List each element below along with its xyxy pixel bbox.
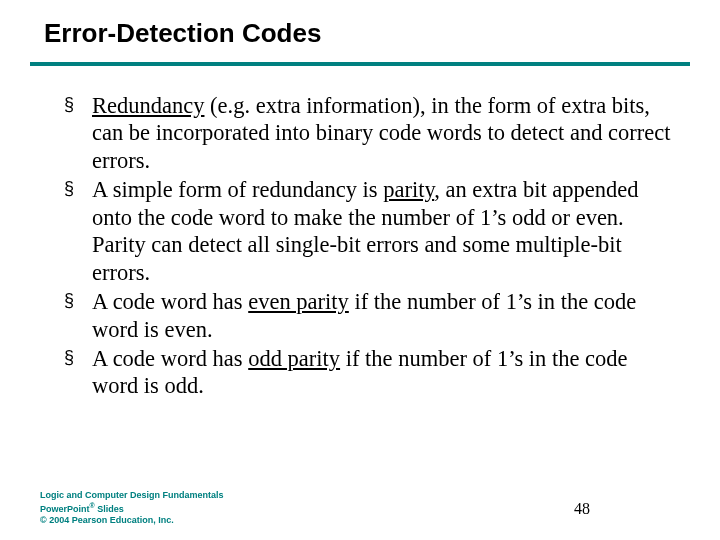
title-rule [30,62,690,66]
footer-line: PowerPoint® Slides [40,502,224,515]
footer-line: Logic and Computer Design Fundamentals [40,490,224,501]
bullet-text: Redundancy (e.g. extra information), in … [92,93,671,173]
slide-title: Error-Detection Codes [44,18,321,49]
page-number: 48 [574,500,590,518]
list-item: § A simple form of redundancy is parity,… [64,176,672,286]
bullet-text: A simple form of redundancy is parity, a… [92,177,639,284]
bullet-text: A code word has even parity if the numbe… [92,289,636,341]
bullet-icon: § [64,178,74,200]
list-item: § A code word has odd parity if the numb… [64,345,672,400]
bullet-icon: § [64,94,74,116]
list-item: § Redundancy (e.g. extra information), i… [64,92,672,174]
slide-body: § Redundancy (e.g. extra information), i… [64,92,672,402]
footer-credits: Logic and Computer Design Fundamentals P… [40,490,224,526]
footer-line: © 2004 Pearson Education, Inc. [40,515,224,526]
bullet-icon: § [64,347,74,369]
bullet-icon: § [64,290,74,312]
list-item: § A code word has even parity if the num… [64,288,672,343]
slide: Error-Detection Codes § Redundancy (e.g.… [0,0,720,540]
bullet-text: A code word has odd parity if the number… [92,346,628,398]
